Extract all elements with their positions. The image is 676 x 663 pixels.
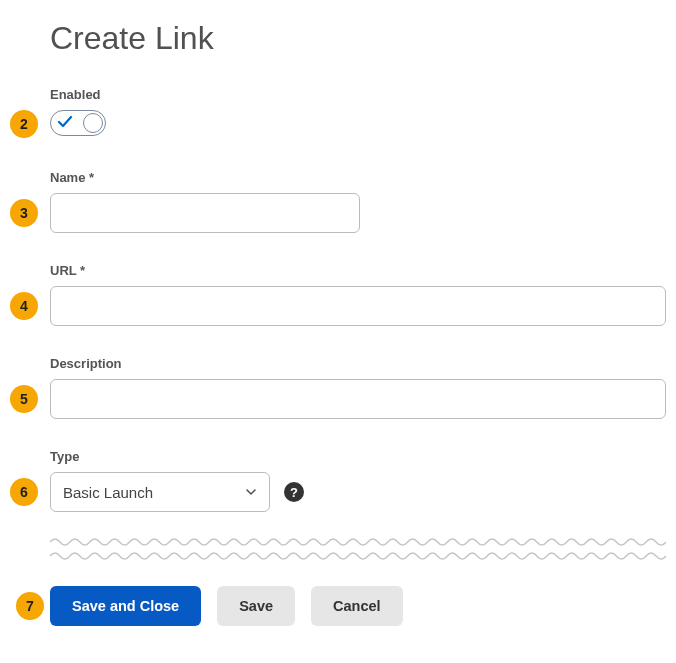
type-label: Type	[50, 449, 666, 464]
type-selected-value: Basic Launch	[63, 484, 153, 501]
save-button[interactable]: Save	[217, 586, 295, 626]
url-input[interactable]	[50, 286, 666, 326]
page-title: Create Link	[50, 20, 666, 57]
enabled-toggle[interactable]	[50, 110, 106, 136]
step-marker-2: 2	[10, 110, 38, 138]
step-marker-7: 7	[16, 592, 44, 620]
chevron-down-icon	[245, 486, 257, 498]
help-icon[interactable]: ?	[284, 482, 304, 502]
save-and-close-button[interactable]: Save and Close	[50, 586, 201, 626]
toggle-knob	[83, 113, 103, 133]
name-input[interactable]	[50, 193, 360, 233]
step-marker-4: 4	[10, 292, 38, 320]
check-icon	[57, 114, 73, 130]
step-marker-6: 6	[10, 478, 38, 506]
cancel-button[interactable]: Cancel	[311, 586, 403, 626]
name-label: Name *	[50, 170, 666, 185]
url-label: URL *	[50, 263, 666, 278]
enabled-label: Enabled	[50, 87, 666, 102]
step-marker-5: 5	[10, 385, 38, 413]
section-divider	[50, 536, 666, 562]
type-select[interactable]: Basic Launch	[50, 472, 270, 512]
description-input[interactable]	[50, 379, 666, 419]
description-label: Description	[50, 356, 666, 371]
step-marker-3: 3	[10, 199, 38, 227]
